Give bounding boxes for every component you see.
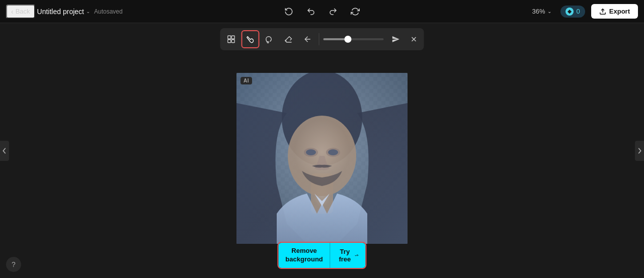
back-arrow-icon: ‹ [11, 8, 14, 16]
credits-count: 0 [577, 8, 580, 15]
back-brush-tool-button[interactable] [299, 30, 317, 48]
svg-rect-1 [228, 36, 231, 39]
apply-brush-button[interactable] [387, 30, 405, 48]
credits-icon: ◆ [566, 8, 574, 16]
undo-button[interactable] [304, 5, 318, 19]
brush-icon [246, 35, 255, 44]
toolbar-separator [319, 33, 319, 45]
credits-badge: ◆ 0 [560, 6, 585, 18]
svg-rect-4 [231, 40, 234, 43]
right-panel-toggle[interactable] [635, 141, 644, 161]
try-free-button[interactable]: Try free [330, 243, 366, 268]
chevron-down-icon: ⌄ [86, 9, 90, 14]
lasso-tool-button[interactable] [261, 30, 279, 48]
remove-background-label: Removebackground [285, 247, 323, 263]
canvas-image[interactable]: AI [236, 73, 408, 244]
project-title: Untitled project [37, 8, 84, 16]
left-panel-toggle[interactable] [0, 141, 9, 161]
export-label: Export [609, 8, 630, 15]
svg-rect-2 [231, 36, 234, 39]
lasso-icon [265, 35, 274, 44]
right-chevron-icon [637, 147, 642, 154]
subject-select-icon [227, 35, 236, 44]
try-free-label: Try free [338, 248, 352, 263]
main-area: AI Removebackground Try free [0, 23, 644, 278]
redo-button[interactable] [326, 5, 340, 19]
header-right: 36% ⌄ ◆ 0 Export [529, 4, 638, 19]
header-center-actions [282, 5, 362, 19]
svg-rect-3 [228, 40, 231, 43]
try-free-arrow-icon [354, 253, 359, 258]
back-button[interactable]: ‹ Back [6, 5, 35, 19]
help-icon: ? [12, 260, 16, 268]
left-chevron-icon [2, 147, 7, 154]
reset-button[interactable] [282, 5, 296, 19]
brush-tool-button[interactable] [242, 30, 260, 48]
apply-icon [392, 35, 400, 43]
remove-background-button[interactable]: Removebackground [278, 243, 330, 268]
close-toolbar-button[interactable] [406, 31, 422, 47]
toolbar [220, 28, 424, 50]
subject-select-tool-button[interactable] [222, 30, 240, 48]
portrait-svg [236, 73, 408, 244]
header: ‹ Back Untitled project ⌄ Autosaved [0, 0, 644, 23]
export-button[interactable]: Export [591, 4, 638, 19]
zoom-chevron-icon: ⌄ [547, 9, 551, 14]
help-button[interactable]: ? [6, 257, 21, 272]
canvas-wrapper: AI Removebackground Try free [236, 73, 408, 244]
zoom-indicator[interactable]: 36% ⌄ [529, 6, 554, 17]
project-title-area: Untitled project ⌄ [37, 8, 90, 16]
svg-rect-15 [236, 73, 408, 244]
eraser-icon [284, 35, 293, 44]
export-icon [599, 8, 606, 15]
refresh-button[interactable] [348, 5, 362, 19]
bottom-cta: Removebackground Try free [277, 242, 366, 269]
brush-size-slider-area [321, 38, 386, 40]
brush-size-slider[interactable] [324, 38, 384, 40]
back-label: Back [16, 8, 30, 15]
ai-badge: AI [240, 77, 252, 84]
zoom-value: 36% [532, 8, 545, 15]
back-brush-icon [303, 35, 312, 44]
eraser-tool-button[interactable] [280, 30, 298, 48]
close-icon [410, 35, 418, 43]
autosaved-label: Autosaved [94, 8, 123, 15]
